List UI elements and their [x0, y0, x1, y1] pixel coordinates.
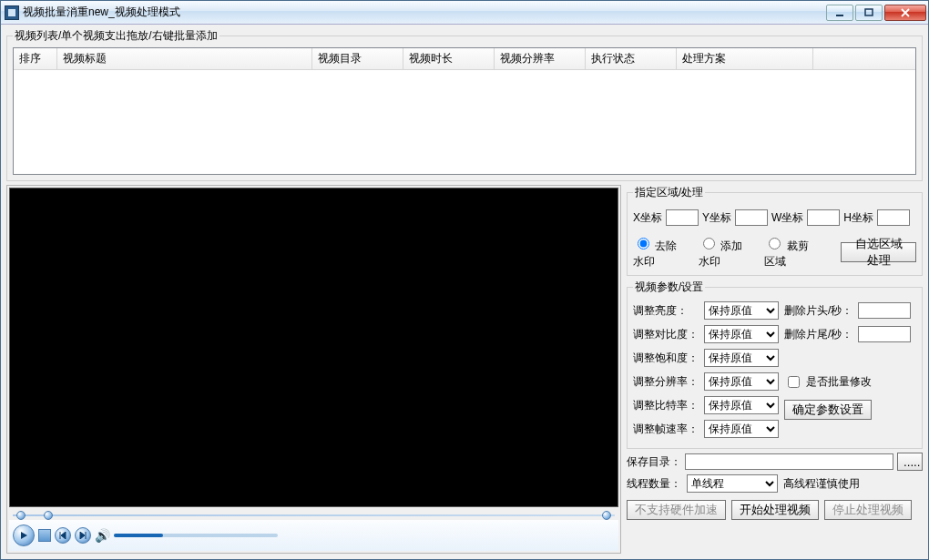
contrast-select[interactable]: 保持原值 — [704, 325, 779, 343]
thread-note: 高线程谨慎使用 — [783, 476, 860, 492]
stop-button[interactable] — [38, 529, 51, 542]
y-label: Y坐标 — [702, 210, 731, 226]
radio-crop-input[interactable] — [769, 238, 781, 249]
video-table[interactable]: 排序视频标题视频目录视频时长视频分辨率执行状态处理方案 — [13, 47, 916, 175]
framerate-select[interactable]: 保持原值 — [704, 420, 779, 438]
h-label: H坐标 — [843, 210, 873, 226]
radio-add-wm-input[interactable] — [703, 238, 715, 249]
h-input[interactable] — [877, 209, 910, 226]
column-header[interactable]: 排序 — [14, 48, 57, 69]
y-input[interactable] — [735, 209, 768, 226]
video-canvas[interactable] — [9, 188, 618, 507]
app-icon — [5, 5, 19, 20]
seek-position-thumb[interactable] — [44, 511, 53, 520]
save-dir-label: 保存目录： — [627, 454, 681, 470]
volume-slider[interactable] — [114, 534, 278, 537]
thread-select[interactable]: 单线程 — [687, 474, 778, 493]
right-panel: 指定区域/处理 X坐标 Y坐标 W坐标 H坐标 去除水印 添加水印 — [627, 185, 923, 554]
column-header[interactable]: 视频标题 — [57, 48, 312, 69]
saturation-select[interactable]: 保持原值 — [704, 349, 779, 367]
play-button[interactable] — [13, 524, 35, 546]
area-group: 指定区域/处理 X坐标 Y坐标 W坐标 H坐标 去除水印 添加水印 — [627, 185, 923, 276]
svg-rect-0 — [836, 15, 843, 16]
start-processing-button[interactable]: 开始处理视频 — [731, 500, 819, 520]
stop-processing-button[interactable]: 停止处理视频 — [824, 500, 912, 520]
trim-tail-label: 删除片尾/秒： — [784, 327, 852, 342]
volume-fill — [114, 534, 163, 537]
minimize-icon — [834, 8, 845, 17]
video-table-header: 排序视频标题视频目录视频时长视频分辨率执行状态处理方案 — [14, 48, 915, 70]
bottom-buttons: 不支持硬件加速 开始处理视频 停止处理视频 — [627, 500, 923, 520]
brightness-select[interactable]: 保持原值 — [704, 301, 779, 320]
next-button[interactable] — [75, 527, 91, 544]
w-input[interactable] — [807, 209, 840, 226]
trim-head-label: 删除片头/秒： — [784, 303, 852, 319]
save-dir-input[interactable] — [685, 453, 893, 470]
video-list-legend: 视频列表/单个视频支出拖放/右键批量添加 — [13, 28, 219, 44]
radio-crop[interactable]: 裁剪区域 — [764, 235, 819, 270]
radio-add-wm[interactable]: 添加水印 — [699, 235, 753, 270]
close-icon — [900, 8, 911, 17]
bitrate-select[interactable]: 保持原值 — [704, 396, 779, 414]
svg-rect-1 — [865, 9, 873, 15]
minimize-button[interactable] — [826, 5, 853, 21]
window-title: 视频批量消重new_视频处理模式 — [23, 5, 826, 20]
column-header[interactable]: 处理方案 — [677, 48, 813, 69]
radio-remove-wm-input[interactable] — [638, 238, 649, 249]
seek-track[interactable] — [13, 511, 615, 520]
volume-icon[interactable]: 🔊 — [95, 528, 110, 543]
content-area: 视频列表/单个视频支出拖放/右键批量添加 排序视频标题视频目录视频时长视频分辨率… — [1, 25, 928, 559]
select-area-button[interactable]: 自选区域处理 — [841, 242, 916, 262]
trim-head-input[interactable] — [858, 302, 911, 319]
saturation-label: 调整饱和度： — [633, 351, 699, 366]
titlebar: 视频批量消重new_视频处理模式 — [1, 1, 928, 25]
contrast-label: 调整对比度： — [633, 327, 699, 342]
params-legend: 视频参数/设置 — [633, 280, 705, 295]
batch-modify-input[interactable] — [788, 376, 800, 388]
play-icon — [19, 531, 28, 540]
save-dir-row: 保存目录： ..... — [627, 453, 923, 471]
thread-row: 线程数量： 单线程 高线程谨慎使用 — [627, 474, 923, 493]
media-player: 🔊 — [6, 185, 621, 554]
prev-icon — [59, 532, 66, 539]
w-label: W坐标 — [771, 210, 803, 226]
x-input[interactable] — [666, 209, 699, 226]
confirm-params-button[interactable]: 确定参数设置 — [784, 400, 872, 420]
next-icon — [79, 532, 87, 539]
maximize-button[interactable] — [855, 5, 883, 21]
seek-end-thumb[interactable] — [602, 511, 611, 520]
hw-accel-button[interactable]: 不支持硬件加速 — [627, 500, 726, 520]
brightness-label: 调整亮度： — [633, 303, 699, 319]
lower-area: 🔊 指定区域/处理 X坐标 Y坐标 W坐标 — [6, 185, 923, 554]
trim-tail-input[interactable] — [858, 326, 911, 342]
params-group: 视频参数/设置 调整亮度： 保持原值 调整对比度： 保持原值 — [627, 280, 923, 449]
player-controls: 🔊 — [9, 520, 618, 551]
area-legend: 指定区域/处理 — [633, 185, 705, 200]
video-list-group: 视频列表/单个视频支出拖放/右键批量添加 排序视频标题视频目录视频时长视频分辨率… — [6, 28, 923, 181]
browse-button[interactable]: ..... — [897, 453, 923, 471]
seek-start-thumb[interactable] — [16, 511, 26, 520]
framerate-label: 调整帧速率： — [633, 422, 699, 437]
app-window: 视频批量消重new_视频处理模式 视频列表/单个视频支出拖放/右键批量添加 排序… — [0, 0, 929, 560]
column-header[interactable]: 执行状态 — [586, 48, 677, 69]
column-header[interactable]: 视频目录 — [312, 48, 403, 69]
resolution-select[interactable]: 保持原值 — [704, 372, 779, 391]
prev-button[interactable] — [55, 527, 71, 544]
radio-remove-wm[interactable]: 去除水印 — [633, 235, 688, 270]
resolution-label: 调整分辨率： — [633, 374, 699, 390]
batch-modify-checkbox[interactable]: 是否批量修改 — [784, 373, 916, 391]
maximize-icon — [863, 8, 874, 17]
column-header[interactable]: 视频分辨率 — [495, 48, 586, 69]
column-header[interactable]: 视频时长 — [403, 48, 495, 69]
close-button[interactable] — [884, 5, 926, 21]
video-table-body[interactable] — [14, 70, 915, 174]
seek-line — [13, 514, 615, 516]
x-label: X坐标 — [633, 210, 662, 226]
bitrate-label: 调整比特率： — [633, 398, 699, 413]
thread-label: 线程数量： — [627, 476, 681, 492]
window-controls — [826, 5, 926, 21]
